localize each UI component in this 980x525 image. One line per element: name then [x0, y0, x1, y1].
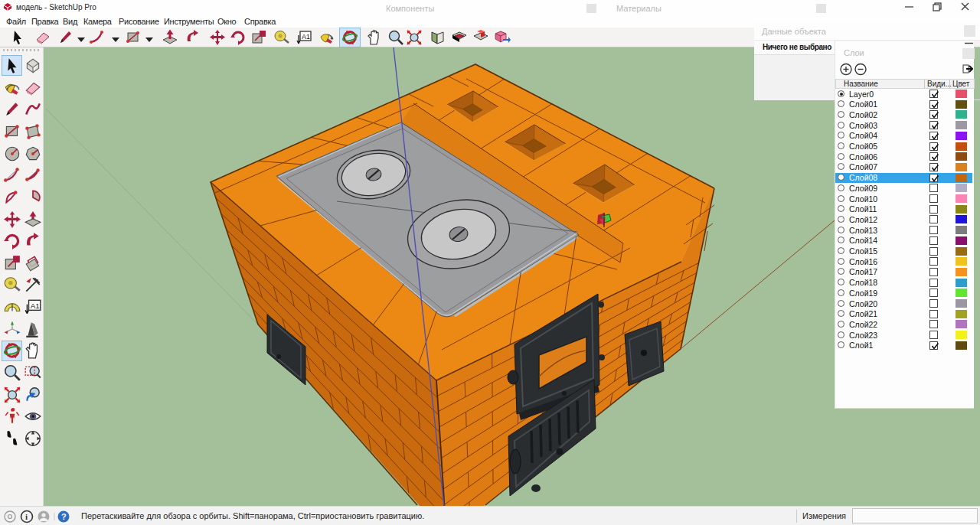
svg-text:i: i	[25, 512, 28, 521]
svg-text:?: ?	[61, 512, 67, 521]
